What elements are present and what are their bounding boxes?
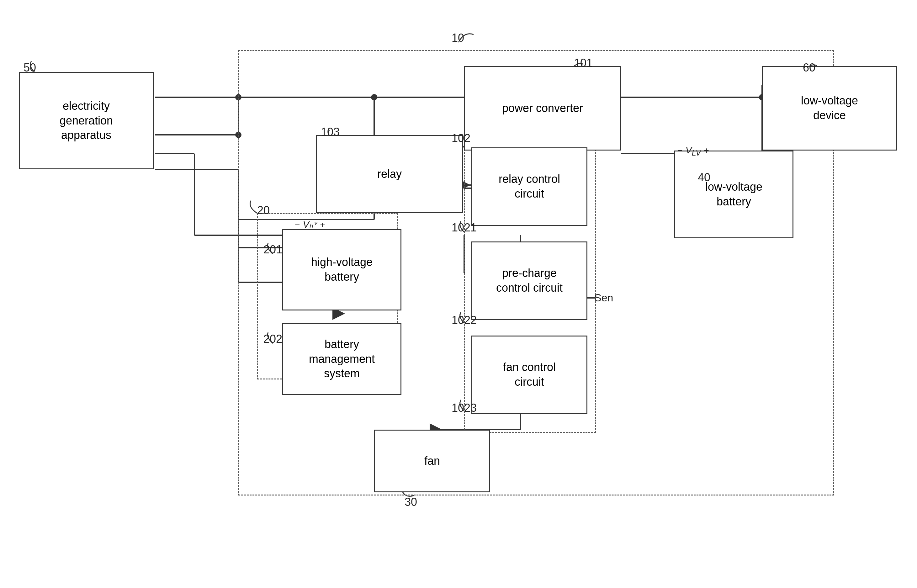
relay-control-label: relay control circuit xyxy=(499,172,560,201)
ref-10: 10 xyxy=(452,31,464,45)
vlv-label: − VLV + xyxy=(677,144,709,157)
electricity-gen-label: electricity generation apparatus xyxy=(60,99,113,143)
pre-charge-label: pre-charge control circuit xyxy=(496,266,563,296)
electricity-gen-box: electricity generation apparatus xyxy=(19,72,154,170)
sen-label: Sen xyxy=(594,292,613,304)
fan-label: fan xyxy=(424,454,440,468)
lv-battery-box: low-voltage battery xyxy=(674,150,793,238)
vhv-label: − Vₕᵛ + xyxy=(295,218,325,230)
relay-control-box: relay control circuit xyxy=(471,147,588,226)
low-voltage-device-box: low-voltage device xyxy=(762,66,897,150)
power-converter-label: power converter xyxy=(502,101,583,116)
power-converter-box: power converter xyxy=(464,66,621,150)
ref-103: 103 xyxy=(321,126,340,139)
fan-control-label: fan control circuit xyxy=(503,360,556,389)
battery-mgmt-box: battery management system xyxy=(282,323,401,395)
hv-battery-box: high-voltage battery xyxy=(282,229,401,310)
lv-battery-label: low-voltage battery xyxy=(706,180,762,209)
ref-1022: 1022 xyxy=(452,313,477,327)
ref-40: 40 xyxy=(698,171,710,184)
ref-60: 60 xyxy=(803,61,815,74)
ref-101: 101 xyxy=(574,57,593,69)
ref-50: 50 xyxy=(24,61,36,74)
fan-box: fan xyxy=(374,430,490,492)
ref-201: 201 xyxy=(263,243,282,256)
low-voltage-device-label: low-voltage device xyxy=(801,94,858,123)
ref-202: 202 xyxy=(263,333,282,346)
fan-control-box: fan control circuit xyxy=(471,336,588,414)
diagram: electricity generation apparatus power c… xyxy=(0,0,917,588)
ref-102: 102 xyxy=(452,132,470,145)
relay-box: relay xyxy=(316,135,463,213)
ref-1023: 1023 xyxy=(452,401,477,415)
hv-battery-label: high-voltage battery xyxy=(311,255,373,284)
relay-label: relay xyxy=(377,167,402,182)
pre-charge-box: pre-charge control circuit xyxy=(471,241,588,320)
ref-1021: 1021 xyxy=(452,221,477,234)
ref-30: 30 xyxy=(405,496,417,509)
ref-20: 20 xyxy=(257,204,270,217)
battery-mgmt-label: battery management system xyxy=(309,337,375,381)
